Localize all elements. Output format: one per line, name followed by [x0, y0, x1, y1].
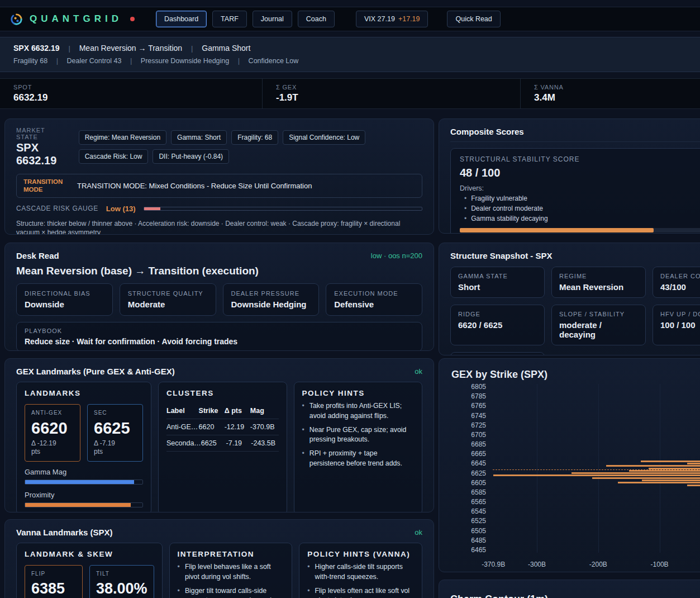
card-ridge: RIDGE 6620 / 6625 [450, 305, 545, 345]
vanna-landmarks-panel: Vanna Landmarks (SPX) ok LANDMARK & SKEW… [4, 519, 434, 598]
card-execution-mode: EXECUTION MODE Defensive [326, 283, 422, 316]
badge-dii: DII: Put-heavy (-0.84) [153, 149, 229, 164]
gex-bar [641, 461, 700, 462]
market-state-badges: Regime: Mean Reversion Gamma: Short Frag… [79, 130, 422, 164]
cascade-risk-value: Low (13) [106, 205, 136, 213]
quantgrid-logo-icon [10, 13, 23, 26]
y-tick-label: 6645 [454, 459, 493, 467]
nav-tab-journal[interactable]: Journal [253, 11, 292, 27]
gamma-mag-meter [25, 480, 143, 485]
spot-line [493, 469, 700, 470]
list-item: •Flip level behaves like a soft pivot du… [178, 562, 284, 582]
y-tick-label: 6465 [454, 546, 493, 554]
x-tick-label: -300B [528, 561, 546, 568]
card-slope-stability: SLOPE / STABILITY moderate / decaying [551, 305, 646, 345]
ticker-symbol: SPX 6632.19 [13, 44, 60, 53]
stat-spot: SPOT 6632.19 [0, 79, 263, 108]
x-tick-label: -200B [589, 561, 607, 568]
clusters-table: Label Strike Δ pts Mag Anti-GE… 6620 -12… [166, 403, 279, 452]
ticker-gamma: Gamma Short [202, 44, 250, 53]
cascade-risk-track [144, 207, 422, 211]
y-tick-label: 6485 [454, 537, 493, 544]
gex-bar [687, 463, 700, 464]
list-item: •Near Pure GEX, cap size; avoid pressing… [302, 425, 415, 445]
x-tick-label: -100B [651, 561, 669, 568]
badge-regime: Regime: Mean Reversion [79, 130, 166, 145]
structure-snapshot-panel: Structure Snapshot - SPX GAMMA STATE Sho… [439, 243, 700, 355]
y-tick-label: 6705 [454, 431, 493, 439]
composite-scores-panel: Composite Scores STRUCTURAL STABILITY SC… [439, 118, 700, 234]
gex-bar [642, 480, 700, 481]
vanna-flip-landmark: FLIP 6385 Zero-cross [25, 565, 83, 598]
structure-note: Structure: thicker below / thinner above… [16, 219, 418, 235]
gex-plot: 6805678567656745672567056685666566456625… [493, 384, 700, 553]
transition-mode-box: TRANSITION MODE TRANSITION MODE: Mixed C… [16, 174, 422, 198]
stability-score-value: 48 / 100 [460, 167, 700, 179]
vix-indicator[interactable]: VIX 27.19+17.19 [356, 11, 428, 27]
gamma-mag-label: Gamma Mag [25, 468, 143, 476]
y-tick-label: 6785 [454, 392, 493, 400]
y-tick-label: 6605 [454, 479, 493, 487]
chart-gridline [537, 384, 537, 553]
playbook-card: PLAYBOOK Reduce size · Wait for confirma… [16, 322, 422, 351]
brand-name: QUANTGRID [30, 13, 122, 25]
list-item: •Dealer control moderate [460, 205, 700, 212]
quick-read-button[interactable]: Quick Read [447, 11, 500, 27]
playbook-value: Reduce size · Wait for confirmation · Av… [25, 337, 414, 346]
y-tick-label: 6805 [454, 383, 493, 391]
charm-contour-panel: Charm Contour (1m) [439, 580, 700, 598]
gex-bar [572, 472, 700, 474]
stat-gex: Σ GEX -1.9T [263, 79, 521, 108]
transition-mode-tag: TRANSITION MODE [23, 178, 69, 194]
gex-bar [592, 477, 700, 479]
gex-by-strike-panel: GEX by Strike (SPX) 68056785676567456725… [439, 358, 700, 572]
stability-score-card: STRUCTURAL STABILITY SCORE 48 / 100 Driv… [450, 148, 700, 234]
card-dealer-pressure: DEALER PRESSURE Downside Hedging [223, 283, 320, 316]
vix-change: +17.19 [398, 15, 420, 23]
ticker-line1: SPX 6632.19 | Mean Reversion → Transitio… [13, 44, 687, 53]
badge-cascade-risk: Cascade Risk: Low [79, 149, 149, 164]
y-tick-label: 6725 [454, 421, 493, 429]
stability-score-fill [460, 228, 654, 232]
clusters-header-row: Label Strike Δ pts Mag [166, 403, 279, 419]
chart-gridline [598, 384, 599, 553]
y-tick-label: 6625 [454, 469, 493, 477]
vanna-tilt-landmark: TILT 38.00% Calls-side share [89, 565, 154, 598]
ticker-regime: Mean Reversion → Transition [79, 44, 182, 53]
landmark-skew-card: LANDMARK & SKEW FLIP 6385 Zero-cross TIL… [16, 543, 163, 598]
badge-gamma: Gamma: Short [171, 130, 227, 145]
list-item: •Fragility vulnerable [460, 194, 700, 202]
card-hfv: HFV UP / DOWN 100 / 100 [653, 305, 700, 345]
y-tick-label: 6545 [454, 507, 493, 515]
charm-title: Charm Contour (1m) [450, 594, 700, 598]
desk-read-status: low · oos n=200 [371, 251, 422, 260]
badge-fragility: Fragility: 68 [231, 130, 278, 145]
gex-bar [649, 468, 700, 469]
stability-score-track [460, 228, 700, 232]
y-tick-label: 6745 [454, 412, 493, 420]
card-dealer-imbalance: DEALER IMBALANCE Put-heavy (-0.84) [450, 352, 545, 355]
card-regime: REGIME Mean Reversion [551, 267, 646, 298]
policy-hints-card: POLICY HINTS •Take profits into Anti-GEX… [294, 382, 423, 512]
nav-tab-tarf[interactable]: TARF [212, 11, 247, 27]
list-item: •Bigger tilt toward calls-side supports … [178, 586, 284, 598]
y-tick-label: 6765 [454, 402, 493, 410]
ticker-band: SPX 6632.19 | Mean Reversion → Transitio… [0, 37, 700, 72]
list-item: •Flip levels often act like soft vol piv… [307, 586, 414, 598]
table-row: Anti-GE… 6620 -12.19 -370.9B [166, 419, 279, 435]
gex-landmarks-title: GEX Landmarks (Pure GEX & Anti-GEX) [16, 367, 175, 376]
structure-snapshot-title: Structure Snapshot - SPX [450, 251, 700, 260]
gex-x-axis: -370.9B-300B-200B-100B0 [493, 557, 700, 571]
brand: QUANTGRID [10, 13, 135, 26]
vanna-policy-card: POLICY HINTS (VANNA) •Higher calls-side … [299, 543, 422, 598]
nav-tab-coach[interactable]: Coach [298, 11, 335, 27]
nav-tab-dashboard[interactable]: Dashboard [156, 11, 207, 27]
desk-read-panel: Desk Read low · oos n=200 Mean Reversion… [4, 243, 434, 351]
cascade-risk-fill [144, 207, 161, 210]
landmarks-card: LANDMARKS ANTI-GEX 6620 Δ -12.19pts SEC … [16, 382, 151, 512]
desk-read-headline: Mean Reversion (base) → Transition (exec… [16, 265, 422, 277]
clusters-card: CLUSTERS Label Strike Δ pts Mag Anti-GE…… [158, 382, 287, 512]
stat-vanna: Σ VANNA 3.4M [521, 79, 700, 108]
y-tick-label: 6665 [454, 450, 493, 458]
card-directional-bias: DIRECTIONAL BIAS Downside [16, 283, 113, 316]
